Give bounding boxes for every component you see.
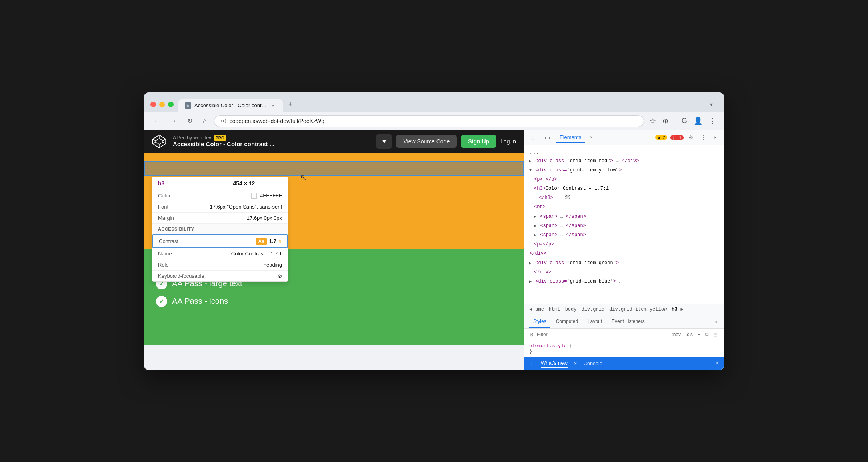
codepen-header: A Pen by web.dev PRO Accessible Color - … bbox=[144, 130, 524, 153]
close-button[interactable] bbox=[150, 102, 156, 107]
tooltip-name-row: Name Color Contrast – 1.7:1 bbox=[152, 248, 288, 259]
filter-icon: ⊝ bbox=[529, 331, 534, 337]
svg-line-7 bbox=[153, 139, 156, 141]
devtools-tab-more[interactable]: » bbox=[586, 133, 595, 143]
address-icon: ⦿ bbox=[221, 118, 226, 124]
computed-tab[interactable]: Computed bbox=[552, 315, 582, 328]
styles-tab[interactable]: Styles bbox=[529, 315, 550, 328]
tree-line[interactable]: ▶ <span> … </span> bbox=[524, 221, 724, 231]
devtools-settings-button[interactable]: ⚙ bbox=[686, 133, 696, 142]
warning-badge: ▲ 2 bbox=[655, 135, 667, 140]
tree-line[interactable]: </div> bbox=[524, 268, 724, 277]
maximize-button[interactable] bbox=[168, 102, 174, 107]
address-bar[interactable]: ⦿ codepen.io/web-dot-dev/full/PoeKzWq bbox=[214, 115, 644, 127]
browser-window: ◈ Accessible Color - Color cont… × + ▾ ←… bbox=[144, 92, 724, 370]
pass-icon-2: ✓ bbox=[156, 296, 167, 307]
devtools-close-button[interactable]: × bbox=[711, 133, 719, 142]
menu-button[interactable]: ⋮ bbox=[707, 115, 718, 127]
svg-line-4 bbox=[163, 142, 166, 143]
login-button[interactable]: Log In bbox=[500, 138, 516, 145]
filter-plus-button[interactable]: + bbox=[696, 331, 702, 338]
header-actions: ♥ View Source Code Sign Up Log In bbox=[376, 134, 516, 149]
error-badge: 🚩 1 bbox=[670, 135, 684, 140]
codepen-logo bbox=[152, 134, 166, 149]
inspect-element-button[interactable]: ⬚ bbox=[529, 133, 539, 142]
status-text-2: AA Pass - icons bbox=[172, 297, 228, 306]
three-dots-button[interactable]: ⋮ bbox=[529, 360, 534, 367]
view-source-button[interactable]: View Source Code bbox=[396, 135, 457, 148]
forward-button[interactable]: → bbox=[167, 116, 180, 126]
active-tab[interactable]: ◈ Accessible Color - Color cont… × bbox=[178, 99, 283, 112]
filter-input[interactable] bbox=[537, 332, 667, 337]
breadcrumb-h3[interactable]: h3 bbox=[670, 306, 679, 313]
tooltip-role-value: heading bbox=[264, 262, 282, 268]
nav-icons: ☆ ⊕ G 👤 ⋮ bbox=[648, 115, 718, 127]
devtools-right-icons: ▲ 2 🚩 1 ⚙ ⋮ × bbox=[654, 133, 719, 142]
tree-line[interactable]: <p> </p> bbox=[524, 175, 724, 184]
tree-line[interactable]: ▶ <span> … </span> bbox=[524, 231, 724, 240]
filter-toggle-button[interactable]: ⊟ bbox=[712, 331, 719, 338]
tree-line[interactable]: </div> bbox=[524, 249, 724, 258]
pen-info: A Pen by web.dev PRO Accessible Color - … bbox=[173, 135, 274, 147]
profile-button[interactable]: 👤 bbox=[692, 115, 704, 127]
signup-button[interactable]: Sign Up bbox=[461, 135, 496, 148]
traffic-lights bbox=[150, 102, 174, 107]
tooltip-name-value: Color Contrast – 1.7:1 bbox=[231, 251, 282, 257]
tree-line[interactable]: ▶ <div class="grid-item green"> … bbox=[524, 259, 724, 268]
contrast-warning-icon: ℹ bbox=[279, 237, 281, 245]
bookmark-button[interactable]: ☆ bbox=[648, 115, 658, 127]
devtools-more-button[interactable]: ⋮ bbox=[698, 133, 709, 142]
tooltip-font-value: 17.6px "Open Sans", sans-serif bbox=[210, 204, 282, 210]
bottom-close-button[interactable]: × bbox=[716, 360, 719, 367]
breadcrumb-body[interactable]: body bbox=[564, 306, 578, 313]
tab-title: Accessible Color - Color cont… bbox=[194, 102, 267, 108]
tab-close-button[interactable]: × bbox=[270, 102, 276, 109]
tree-line[interactable]: <br> bbox=[524, 203, 724, 212]
device-toggle-button[interactable]: ▭ bbox=[542, 133, 552, 142]
elements-tree: ... ▶ <div class="grid-item red"> … </di… bbox=[524, 145, 724, 304]
styles-tabs: Styles Computed Layout Event Listeners » bbox=[524, 315, 724, 329]
elements-tab[interactable]: Elements bbox=[556, 133, 585, 143]
breadcrumb-forward-arrow[interactable]: ▶ bbox=[681, 306, 684, 312]
contrast-aa-badge: Aa bbox=[256, 238, 267, 245]
tooltip-role-row: Role heading bbox=[152, 259, 288, 271]
new-tab-button[interactable]: + bbox=[284, 97, 298, 112]
event-listeners-tab[interactable]: Event Listeners bbox=[608, 315, 649, 328]
breadcrumb-divgrid[interactable]: div.grid bbox=[580, 306, 606, 313]
minimize-button[interactable] bbox=[159, 102, 165, 107]
contrast-value: 1.7 bbox=[269, 238, 276, 244]
pen-title: Accessible Color - Color contrast ... bbox=[173, 141, 274, 147]
whats-new-close-button[interactable]: × bbox=[574, 360, 577, 367]
google-button[interactable]: G bbox=[680, 115, 689, 127]
tree-line[interactable]: ▶ <span> … </span> bbox=[524, 212, 724, 221]
reload-button[interactable]: ↻ bbox=[184, 116, 196, 126]
tree-line[interactable]: <p></p> bbox=[524, 240, 724, 249]
tree-line[interactable]: ▶ <div class="grid-item blue"> … bbox=[524, 277, 724, 286]
layout-tab[interactable]: Layout bbox=[584, 315, 606, 328]
tree-line[interactable]: ▼ <div class="grid-item yellow"> bbox=[524, 166, 724, 175]
tree-line[interactable]: ▶ <div class="grid-item red"> … </div> bbox=[524, 157, 724, 166]
tree-line[interactable]: </h3> == $0 bbox=[524, 193, 724, 203]
console-tab[interactable]: Console bbox=[583, 360, 602, 367]
breadcrumb-ame[interactable]: ame bbox=[534, 306, 546, 313]
back-button[interactable]: ← bbox=[150, 116, 163, 126]
filter-actions: :hov .cls + ⧉ ⊟ bbox=[670, 331, 719, 338]
breadcrumb-back-arrow[interactable]: ◀ bbox=[529, 306, 532, 312]
filter-hov-button[interactable]: :hov bbox=[670, 331, 682, 338]
heart-button[interactable]: ♥ bbox=[376, 134, 392, 149]
tab-dropdown-button[interactable]: ▾ bbox=[705, 98, 718, 111]
breadcrumb-html[interactable]: html bbox=[547, 306, 562, 313]
styles-panel: Styles Computed Layout Event Listeners »… bbox=[524, 315, 724, 357]
breadcrumb-divgriditem[interactable]: div.grid-item.yellow bbox=[608, 306, 668, 313]
extensions-button[interactable]: ⊕ bbox=[661, 115, 670, 127]
home-button[interactable]: ⌂ bbox=[200, 116, 210, 126]
styles-tab-more[interactable]: » bbox=[713, 316, 719, 328]
filter-copy-button[interactable]: ⧉ bbox=[704, 331, 710, 338]
tooltip-font-row: Font 17.6px "Open Sans", sans-serif bbox=[152, 201, 288, 213]
devtools-tabs: Elements » bbox=[556, 133, 650, 143]
element-style-block: element.style { } bbox=[524, 341, 724, 357]
tooltip-margin-row: Margin 17.6px 0px 0px bbox=[152, 213, 288, 224]
filter-cls-button[interactable]: .cls bbox=[684, 331, 694, 338]
tree-line[interactable]: <h3>Color Contrast – 1.7:1 bbox=[524, 184, 724, 193]
whats-new-tab[interactable]: What's new bbox=[541, 359, 568, 368]
